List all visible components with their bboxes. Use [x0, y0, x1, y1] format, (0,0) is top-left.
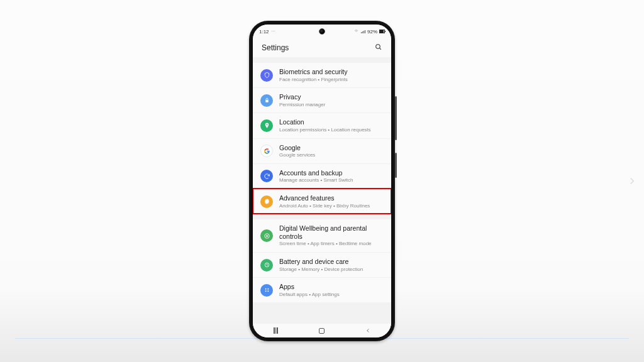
recent-icon — [274, 327, 278, 334]
status-indicator-icon: ⋯ — [271, 29, 275, 34]
svg-point-5 — [266, 235, 268, 237]
nav-back-button[interactable] — [362, 327, 374, 334]
android-nav-bar — [253, 324, 391, 337]
battery-care-icon — [260, 259, 273, 272]
row-title: Apps — [279, 283, 382, 291]
volume-button — [395, 96, 397, 140]
power-button — [395, 153, 397, 178]
page-title: Settings — [262, 43, 289, 52]
svg-point-0 — [376, 45, 380, 49]
row-subtitle: Manage accounts • Smart Switch — [279, 177, 382, 184]
phone-screen: 1:12 ⋯ 92% Settings — [253, 25, 391, 337]
nav-home-button[interactable] — [316, 327, 328, 334]
svg-point-7 — [265, 288, 266, 290]
status-time: 1:12 — [259, 29, 269, 35]
signal-icon — [361, 30, 365, 33]
carousel-next-icon[interactable] — [626, 175, 638, 187]
row-subtitle: Screen time • App timers • Bedtime mode — [279, 241, 382, 247]
row-privacy[interactable]: Privacy Permission manager — [253, 87, 391, 112]
row-subtitle: Google services — [279, 152, 382, 158]
row-title: Advanced features — [279, 194, 382, 202]
svg-point-8 — [267, 288, 269, 290]
row-subtitle: Location permissions • Location requests — [279, 127, 382, 133]
lock-icon — [260, 94, 273, 107]
phone-frame: 1:12 ⋯ 92% Settings — [249, 21, 395, 341]
row-subtitle: Default apps • App settings — [279, 292, 382, 298]
location-pin-icon — [260, 119, 273, 132]
row-apps[interactable]: Apps Default apps • App settings — [253, 277, 391, 302]
row-title: Digital Wellbeing and parental controls — [279, 224, 382, 240]
row-title: Accounts and backup — [279, 169, 382, 177]
row-accounts-backup[interactable]: Accounts and backup Manage accounts • Sm… — [253, 163, 391, 189]
apps-grid-icon — [260, 284, 273, 297]
row-title: Biometrics and security — [279, 68, 382, 76]
row-subtitle: Permission manager — [279, 102, 382, 108]
battery-icon — [379, 30, 385, 33]
row-location[interactable]: Location Location permissions • Location… — [253, 112, 391, 138]
home-icon — [319, 328, 325, 334]
sync-icon — [260, 170, 273, 182]
row-digital-wellbeing[interactable]: Digital Wellbeing and parental controls … — [253, 219, 391, 252]
row-google[interactable]: Google Google services — [253, 138, 391, 163]
svg-point-10 — [267, 291, 269, 292]
front-camera — [319, 28, 325, 35]
wifi-icon — [353, 29, 359, 35]
row-biometrics-security[interactable]: Biometrics and security Face recognition… — [253, 63, 391, 87]
svg-point-9 — [265, 291, 266, 292]
gear-plus-icon — [260, 195, 273, 208]
row-subtitle: Storage • Memory • Device protection — [279, 266, 382, 273]
row-battery-device-care[interactable]: Battery and device care Storage • Memory… — [253, 252, 391, 277]
row-title: Battery and device care — [279, 258, 382, 266]
battery-percent: 92% — [367, 29, 377, 35]
nav-recent-button[interactable] — [270, 327, 282, 334]
svg-point-2 — [266, 124, 267, 126]
svg-rect-1 — [265, 100, 269, 102]
google-logo-icon — [260, 145, 273, 157]
row-title: Google — [279, 144, 382, 152]
row-subtitle: Android Auto • Side key • Bixby Routines — [279, 203, 382, 209]
shield-fingerprint-icon — [260, 69, 273, 82]
settings-header: Settings — [253, 38, 391, 57]
search-button[interactable] — [374, 43, 382, 53]
row-advanced-features[interactable]: Advanced features Android Auto • Side ke… — [253, 189, 391, 214]
row-title: Location — [279, 118, 382, 126]
row-subtitle: Face recognition • Fingerprints — [279, 77, 382, 83]
row-title: Privacy — [279, 93, 382, 101]
back-icon — [364, 327, 372, 334]
search-icon — [374, 43, 382, 51]
wellbeing-icon — [260, 229, 273, 242]
settings-list[interactable]: Biometrics and security Face recognition… — [253, 57, 391, 324]
